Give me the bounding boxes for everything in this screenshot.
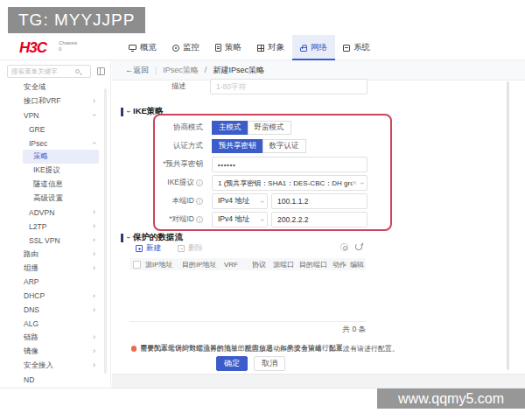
column-settings-gear-icon[interactable]	[340, 243, 348, 251]
menu-search[interactable]	[7, 65, 91, 78]
ike-proposal-select[interactable]: 1 (预共享密钥：SHA1：DES-CBC：DH group 1)	[212, 175, 368, 191]
chassis-line2: 0	[59, 46, 77, 52]
column-header-label: 目的IP地址	[182, 261, 217, 269]
warning-note-text: 需要为本端访问对端业务的流量，配置放通动作的安全策略，如果没有请进行配置。	[140, 344, 399, 354]
flow-table-body-empty	[130, 270, 366, 322]
chevron-icon	[90, 142, 98, 144]
info-icon[interactable]	[196, 179, 203, 186]
clear-icon[interactable]	[353, 179, 357, 187]
content-scrollbar[interactable]	[507, 81, 509, 370]
flow-table-column-header[interactable]: 动作	[332, 260, 350, 270]
sidebar-item[interactable]: IKE提议	[0, 164, 106, 178]
flow-table-column-header[interactable]: VRF	[224, 261, 252, 269]
flow-section-title: 保护的数据流	[133, 232, 183, 243]
chevron-down-icon[interactable]	[258, 200, 266, 203]
sidebar-item-label: 路由	[24, 249, 38, 260]
sidebar-item[interactable]: DNS	[0, 303, 106, 317]
nav-tabs: 概览 监控 策略 对象 网络	[121, 35, 378, 60]
remote-id-input[interactable]	[271, 212, 368, 228]
flow-section-header[interactable]: 保护的数据流	[121, 232, 183, 243]
sidebar-item[interactable]: GRE	[0, 122, 106, 136]
info-icon[interactable]	[196, 198, 203, 205]
back-link[interactable]: ←返回	[125, 65, 149, 76]
sidebar-item[interactable]: 组播	[0, 262, 106, 276]
sidebar-item-label: ND	[24, 375, 34, 384]
flow-table-column-header[interactable]: 协议	[252, 260, 273, 270]
aggressive-mode-button[interactable]: 野蛮模式	[248, 121, 291, 135]
nav-tab[interactable]: 概览	[121, 35, 164, 60]
breadcrumb-divider: |	[155, 66, 157, 74]
remote-id-type-value: IPv4 地址	[218, 214, 261, 225]
local-id-type-select[interactable]: IPv4 地址	[212, 193, 268, 209]
refresh-icon[interactable]	[355, 243, 362, 250]
chevron-down-icon[interactable]	[258, 219, 266, 221]
sidebar-item-label: 高级设置	[33, 193, 63, 204]
sidebar-item[interactable]: SSL VPN	[0, 234, 106, 248]
column-header-label: VRF	[224, 261, 238, 269]
delete-button[interactable]: 删除	[178, 243, 203, 254]
breadcrumb: ←返回 | IPsec策略 / 新建IPsec策略	[112, 60, 525, 80]
sidebar-collapse-icon[interactable]	[97, 67, 105, 75]
psk-input[interactable]	[212, 157, 368, 172]
sidebar-item-label: DNS	[24, 305, 39, 314]
select-all-checkbox[interactable]	[133, 261, 141, 269]
info-icon[interactable]	[196, 216, 203, 223]
nav-tab[interactable]: 策略	[207, 35, 249, 60]
sidebar-item[interactable]: 高级设置	[0, 192, 106, 206]
local-id-input[interactable]	[271, 193, 368, 209]
flow-table-column-header[interactable]: 目的IP地址	[182, 260, 224, 270]
sidebar-item-label: 接口和VRF	[24, 96, 61, 107]
remote-id-type-select[interactable]: IPv4 地址	[212, 212, 268, 228]
sidebar-item-label: ARP	[24, 277, 38, 286]
sidebar-item[interactable]: 链路	[0, 331, 106, 345]
nav-tab[interactable]: 网络	[292, 35, 335, 60]
sidebar-item[interactable]: ND	[0, 373, 106, 387]
chevron-icon	[93, 208, 95, 216]
chevron-icon	[93, 97, 95, 105]
chassis-line1: Chassis	[59, 40, 77, 46]
sidebar-item[interactable]: 安全域	[0, 80, 106, 94]
main-mode-button[interactable]: 主模式	[212, 121, 248, 135]
digital-cert-button[interactable]: 数字认证	[262, 139, 306, 153]
negotiation-mode-label: 协商模式	[142, 120, 203, 136]
nav-tab[interactable]: 对象	[249, 35, 292, 60]
preshared-key-button[interactable]: 预共享密钥	[212, 139, 263, 153]
breadcrumb-parent[interactable]: IPsec策略	[163, 65, 199, 76]
sidebar-item[interactable]: ALG	[0, 317, 106, 331]
sidebar-item[interactable]: DHCP	[0, 289, 106, 303]
nav-tab-label: 策略	[225, 42, 242, 53]
new-button[interactable]: 新建	[136, 243, 161, 254]
menu-search-input[interactable]	[11, 67, 73, 75]
ike-section-header[interactable]: IKE策略	[121, 106, 164, 117]
nav-tab[interactable]: 监控	[164, 35, 207, 60]
column-header-label: 动作	[332, 261, 346, 269]
sidebar-item-label: GRE	[29, 125, 45, 134]
sidebar-item[interactable]: L2TP	[0, 220, 106, 234]
sidebar-item[interactable]: ARP	[0, 275, 106, 289]
sidebar-item[interactable]: 接口和VRF	[0, 94, 106, 108]
flow-table-column-header[interactable]: 编辑	[350, 260, 366, 270]
sidebar-item[interactable]: 策略	[23, 150, 99, 164]
sidebar-item[interactable]: 镜像	[0, 345, 106, 359]
cancel-button[interactable]: 取消	[254, 356, 285, 371]
sidebar-item[interactable]: 路由	[0, 248, 106, 262]
sidebar-item-label: 隧道信息	[33, 179, 63, 190]
sidebar-item[interactable]: VPN	[0, 108, 106, 122]
sidebar-item[interactable]: 隧道信息	[0, 178, 106, 192]
flow-table-column-header[interactable]: 源IP地址	[145, 260, 182, 270]
flow-table-column-header[interactable]: 目的端口	[299, 260, 332, 270]
watermark-bottom: www.qqmy5.com	[377, 388, 525, 409]
sidebar-item[interactable]: 安全接入	[0, 359, 106, 373]
flow-table-column-header[interactable]: 源端口	[273, 260, 299, 270]
sidebar-item[interactable]: IPsec	[0, 136, 106, 150]
sidebar-item-label: IPsec	[29, 139, 47, 148]
chevron-down-icon[interactable]	[358, 182, 366, 185]
search-icon[interactable]	[75, 69, 80, 74]
ok-button[interactable]: 确定	[216, 356, 248, 371]
ike-proposal-value: 1 (预共享密钥：SHA1：DES-CBC：DH group 1)	[218, 178, 353, 188]
description-input[interactable]	[210, 79, 368, 94]
nav-tab-label: 概览	[140, 42, 157, 53]
sidebar-item[interactable]: ADVPN	[0, 206, 106, 220]
sidebar-scrollbar[interactable]	[104, 88, 107, 374]
nav-tab[interactable]: 系统	[335, 35, 378, 60]
